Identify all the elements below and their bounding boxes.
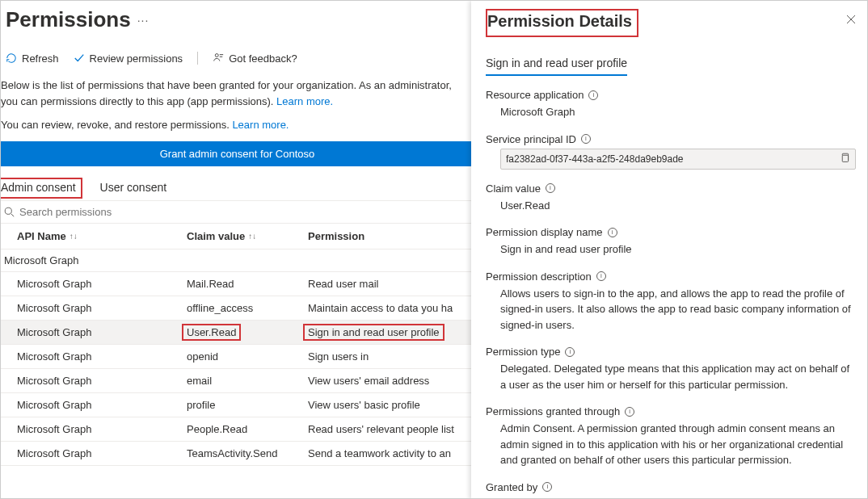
page-title: Permissions [6,7,131,32]
info-icon[interactable]: i [542,482,552,492]
col-header-claim[interactable]: Claim value↑↓ [187,230,308,242]
cell-api: Microsoft Graph [1,399,187,411]
field-label: Permission description [486,270,592,283]
cell-permission: View users' email address [308,375,474,387]
review-permissions-button[interactable]: Review permissions [74,52,183,65]
svg-rect-2 [842,155,848,161]
tab-admin-consent[interactable]: Admin consent [1,181,82,200]
field-value: Allows users to sign-in to the app, and … [486,283,856,333]
table-row[interactable]: Microsoft Graph profile View users' basi… [1,393,474,417]
info-icon[interactable]: i [596,271,606,281]
check-icon [74,52,85,64]
cell-api: Microsoft Graph [1,375,187,387]
refresh-label: Refresh [22,52,59,65]
field-label: Granted by [486,481,537,493]
panel-tab[interactable]: Sign in and read user profile [486,57,627,76]
highlight-admin-consent: Admin consent [1,178,82,199]
table-header: API Name↑↓ Claim value↑↓ Permission [1,224,474,250]
cell-claim: offline_access [187,302,308,314]
copy-icon [840,153,850,163]
close-button[interactable] [846,9,856,27]
info-icon[interactable]: i [588,90,598,100]
field-label: Permission display name [486,226,603,238]
info-icon[interactable]: i [581,134,591,144]
info-icon[interactable]: i [608,228,617,237]
close-icon [846,15,856,24]
field-permissions-granted-through: Permissions granted throughi Admin Conse… [486,405,856,468]
info-icon[interactable]: i [546,183,555,193]
info-icon[interactable]: i [565,347,575,357]
cell-claim: People.Read [187,423,308,435]
field-label: Permissions granted through [486,405,620,417]
svg-point-0 [215,54,218,57]
table-row[interactable]: Microsoft Graph offline_access Maintain … [1,296,474,321]
field-value: Sign in and read user profile [486,238,856,258]
info-icon[interactable]: i [625,407,634,417]
cell-api: Microsoft Graph [1,350,187,363]
search-input[interactable] [19,206,474,218]
cell-api: Microsoft Graph [1,326,187,338]
table-row-selected[interactable]: Microsoft Graph User.Read Sign in and re… [1,321,474,345]
table-group-row: Microsoft Graph [1,250,474,272]
field-value: Delegated. Delegated type means that thi… [486,358,856,392]
field-value: An administrator [486,493,856,500]
intro-text-1b: permissions directly to this app (app pe… [40,95,276,107]
cell-claim: User.Read [187,326,308,338]
toolbar-divider [197,52,198,65]
learn-more-link-2[interactable]: Learn more. [232,119,289,131]
cell-api: Microsoft Graph [1,447,187,459]
grant-admin-consent-button[interactable]: Grant admin consent for Contoso [1,141,474,166]
cell-claim: TeamsActivity.Send [187,447,308,459]
table-row[interactable]: Microsoft Graph Mail.Read Read user mail [1,272,474,296]
field-label: Resource application [486,89,584,101]
table-row[interactable]: Microsoft Graph email View users' email … [1,369,474,393]
field-claim-value: Claim valuei User.Read [486,182,856,214]
field-value: User.Read [486,195,856,214]
cell-permission: Sign users in [308,350,474,363]
cell-permission: View users' basic profile [308,399,474,411]
cell-permission: Read users' relevant people list [308,423,474,435]
review-label: Review permissions [90,52,183,65]
panel-title: Permission Details [487,12,632,30]
toolbar: Refresh Review permissions Got feedback? [1,32,474,74]
table-row[interactable]: Microsoft Graph TeamsActivity.Send Send … [1,442,474,466]
service-principal-id-input[interactable] [506,153,840,165]
search-icon [4,207,15,217]
field-label: Permission type [486,346,560,358]
highlight-permission: Sign in and read user profile [303,324,445,341]
permissions-table: API Name↑↓ Claim value↑↓ Permission Micr… [1,224,474,466]
field-permission-description: Permission descriptioni Allows users to … [486,270,856,333]
field-service-principal-id: Service principal IDi [486,133,856,170]
refresh-icon [6,52,17,64]
cell-claim: email [187,375,308,387]
cell-api: Microsoft Graph [1,423,187,435]
consent-tabs: Admin consent User consent [1,166,474,201]
search-row [1,201,474,224]
cell-claim: profile [187,399,308,411]
field-resource-application: Resource applicationi Microsoft Graph [486,89,856,120]
tab-user-consent[interactable]: User consent [100,181,166,200]
cell-permission: Sign in and read user profile [308,326,474,338]
highlight-panel-title: Permission Details [486,9,638,37]
field-permission-display-name: Permission display namei Sign in and rea… [486,226,856,258]
intro-text-2: You can review, revoke, and restore perm… [1,119,232,131]
cell-claim: Mail.Read [187,278,308,290]
table-row[interactable]: Microsoft Graph openid Sign users in [1,345,474,369]
cell-permission: Send a teamwork activity to an [308,447,474,459]
col-header-api[interactable]: API Name↑↓ [1,230,187,242]
field-permission-type: Permission typei Delegated. Delegated ty… [486,346,856,392]
more-menu-icon[interactable]: ··· [137,14,150,27]
copy-button[interactable] [840,153,850,166]
feedback-label: Got feedback? [229,52,297,65]
feedback-button[interactable]: Got feedback? [213,52,297,65]
copy-box [500,149,856,170]
sort-icon: ↑↓ [248,232,256,241]
refresh-button[interactable]: Refresh [6,52,59,65]
cell-claim: openid [187,350,308,363]
table-row[interactable]: Microsoft Graph People.Read Read users' … [1,417,474,442]
cell-api: Microsoft Graph [1,302,187,314]
learn-more-link-1[interactable]: Learn more. [276,95,333,107]
sort-icon: ↑↓ [70,232,78,241]
col-header-permission[interactable]: Permission [308,230,474,242]
feedback-icon [213,52,224,64]
